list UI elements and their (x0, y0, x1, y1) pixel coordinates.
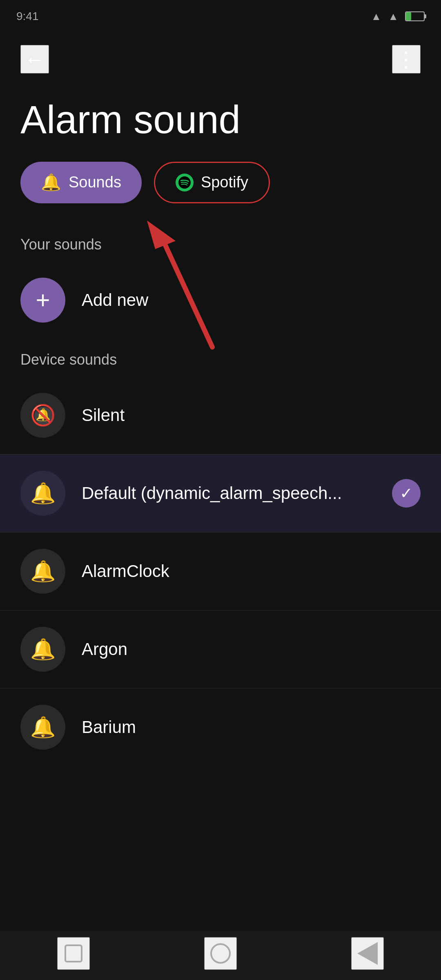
sound-name-silent: Silent (82, 405, 421, 425)
nav-home-button[interactable] (204, 937, 237, 970)
sound-item-silent[interactable]: 🔕 Silent (0, 376, 441, 454)
sound-icon-silent: 🔕 (20, 393, 65, 438)
tab-spotify[interactable]: Spotify (154, 162, 270, 203)
sound-name-argon: Argon (82, 639, 421, 659)
sound-item-alarmclock[interactable]: 🔔 AlarmClock (0, 532, 441, 610)
tab-sounds-label: Sounds (69, 174, 121, 191)
battery-icon (405, 11, 425, 21)
back-arrow-icon: ← (24, 49, 45, 70)
sound-icon-barium: 🔔 (20, 705, 65, 750)
sound-item-argon[interactable]: 🔔 Argon (0, 610, 441, 688)
sound-item-default[interactable]: 🔔 Default (dynamic_alarm_speech... ✓ (0, 454, 441, 532)
nav-back-button[interactable] (351, 937, 384, 970)
top-nav: ← ⋮ (0, 33, 441, 82)
add-new-icon: + (20, 278, 65, 323)
page-title-section: Alarm sound (0, 82, 441, 162)
tab-spotify-label: Spotify (201, 174, 248, 191)
sounds-bell-icon: 🔔 (41, 173, 61, 192)
sound-icon-alarmclock: 🔔 (20, 549, 65, 594)
sound-name-barium: Barium (82, 717, 421, 737)
back-button[interactable]: ← (20, 45, 49, 74)
sound-name-alarmclock: AlarmClock (82, 561, 421, 581)
page-title: Alarm sound (20, 98, 421, 141)
tab-section: 🔔 Sounds Spotify (0, 162, 441, 228)
bottom-nav (0, 931, 441, 980)
back-nav-icon (357, 942, 378, 965)
status-bar: 9:41 ▲ ▲ (0, 0, 441, 33)
sound-name-default: Default (dynamic_alarm_speech... (82, 483, 376, 503)
spotify-logo-icon (176, 174, 194, 192)
more-button[interactable]: ⋮ (392, 45, 421, 74)
sound-icon-default: 🔔 (20, 471, 65, 516)
tab-sounds[interactable]: 🔔 Sounds (20, 162, 142, 203)
recents-icon (65, 944, 82, 962)
add-new-row[interactable]: + Add new (0, 265, 441, 335)
sound-item-barium[interactable]: 🔔 Barium (0, 688, 441, 766)
status-icons: ▲ ▲ (371, 10, 425, 23)
sound-icon-argon: 🔔 (20, 627, 65, 672)
wifi-icon: ▲ (388, 10, 399, 23)
home-icon (210, 943, 231, 964)
selected-check-icon: ✓ (392, 479, 421, 508)
signal-icon: ▲ (371, 10, 382, 23)
device-sounds-label: Device sounds (0, 335, 441, 376)
more-dots-icon: ⋮ (395, 54, 417, 65)
nav-recents-button[interactable] (57, 937, 90, 970)
add-new-label: Add new (82, 290, 148, 310)
status-time: 9:41 (16, 10, 39, 23)
your-sounds-label: Your sounds (0, 228, 441, 265)
sound-list: 🔕 Silent 🔔 Default (dynamic_alarm_speech… (0, 376, 441, 766)
